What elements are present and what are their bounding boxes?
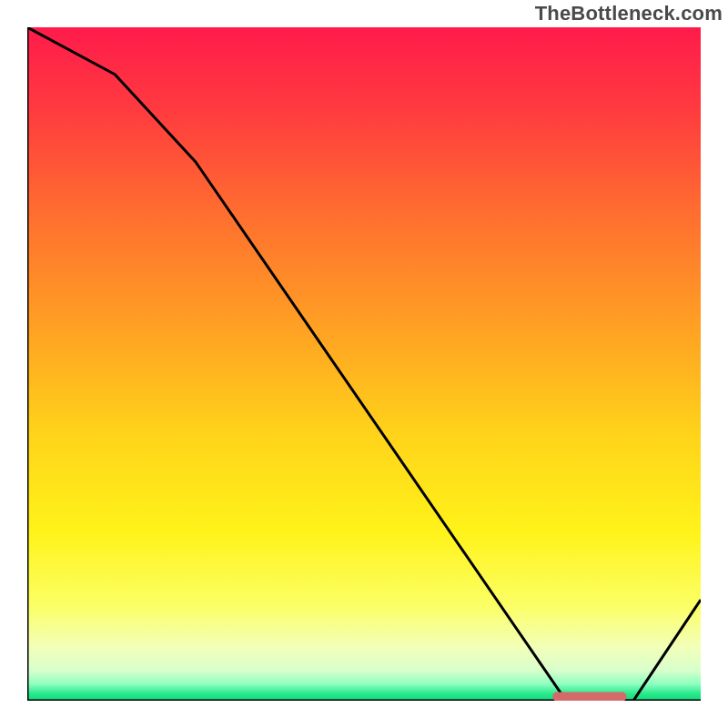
chart-svg [27, 27, 701, 701]
gradient-background [27, 27, 701, 701]
plot-area [27, 27, 701, 701]
watermark-text: TheBottleneck.com [535, 2, 723, 25]
optimal-range-marker [552, 693, 626, 701]
chart-stage: TheBottleneck.com [0, 0, 728, 728]
